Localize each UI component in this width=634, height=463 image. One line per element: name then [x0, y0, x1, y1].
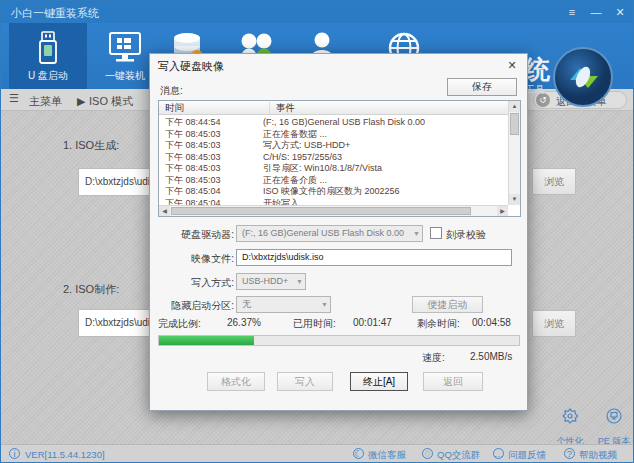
personalize-button[interactable]: 个性化 [547, 408, 593, 448]
tab-usb-boot-label: U 盘启动 [9, 69, 87, 83]
wechat-icon: ☾ [353, 448, 364, 459]
window-close-icon[interactable]: ✕ [611, 4, 629, 20]
window-menu-icon[interactable]: ≡ [563, 4, 581, 20]
log-rows: 下午 08:44:54(F:, 16 GB)General USB Flash … [159, 116, 508, 205]
app-logo-icon [552, 46, 614, 112]
app-window: 小白一键重装系统 ≡ — ✕ U 盘启动 一键装机 [0, 0, 634, 463]
log-row[interactable]: 下午 08:45:03C/H/S: 1957/255/63 [159, 151, 508, 163]
status-bar: i VER[11.5.44.1230] ☾ 微信客服 ♢ QQ交流群 … 问题反… [1, 444, 633, 462]
brand-subtitle: 工具 [525, 83, 545, 97]
hidden-partition-label: 隐藏启动分区: [154, 299, 234, 313]
personalize-icon [547, 408, 593, 428]
window-title: 小白一键重装系统 [11, 6, 99, 21]
version-text: VER[11.5.44.1230] [25, 449, 105, 460]
browse-button-2[interactable]: 浏览 [532, 310, 576, 337]
dialog-close-icon[interactable]: ✕ [505, 58, 519, 72]
log-row[interactable]: 下午 08:44:54(F:, 16 GB)General USB Flash … [159, 116, 508, 128]
log-column-event[interactable]: 事件 [269, 102, 295, 115]
scroll-left-icon[interactable]: ◀ [159, 206, 170, 216]
scroll-down-icon[interactable]: ▼ [509, 194, 520, 205]
speed-value: 2.50MB/s [470, 351, 512, 362]
window-titlebar: 小白一键重装系统 ≡ — ✕ [1, 1, 633, 23]
horizontal-scrollbar[interactable]: ◀ ▶ [159, 205, 508, 216]
progress-fill [159, 336, 254, 345]
easy-boot-button[interactable]: 便捷启动 [412, 296, 483, 313]
drive-label: 硬盘驱动器: [154, 228, 234, 242]
log-header: 时间 事件 [159, 101, 508, 115]
help-video-icon: ? [564, 448, 575, 459]
write-method-value: USB-HDD+ [242, 276, 288, 286]
hamburger-icon[interactable]: ☰ [9, 92, 19, 105]
elapsed-time-label: 已用时间: [293, 317, 336, 331]
iso-make-label: 2. ISO制作: [63, 282, 119, 297]
chevron-down-icon: ▼ [296, 274, 303, 289]
log-column-time[interactable]: 时间 [165, 102, 184, 115]
info-icon: i [9, 448, 20, 459]
remaining-time-label: 剩余时间: [417, 317, 460, 331]
window-minimize-icon[interactable]: — [587, 4, 605, 20]
dialog-title: 写入硬盘映像 [158, 59, 224, 74]
verify-checkbox[interactable] [430, 227, 442, 239]
back-button[interactable]: 返回 [423, 372, 483, 391]
wechat-support-link[interactable]: 微信客服 [368, 449, 406, 462]
write-method-label: 写入方式: [154, 276, 234, 290]
abort-button[interactable]: 终止[A] [350, 372, 408, 391]
pe-version-button[interactable]: PE 版本 [591, 408, 634, 448]
image-file-input[interactable]: D:\xbxtzjds\udisk.iso [236, 249, 512, 266]
monitor-icon [107, 31, 143, 67]
drive-select-value: (F:, 16 GB)General USB Flash Disk 0.00 [242, 228, 404, 238]
remaining-time-value: 00:04:58 [472, 317, 511, 328]
vertical-scrollbar[interactable]: ▲ ▼ [508, 101, 520, 205]
vertical-scroll-thumb[interactable] [510, 113, 519, 135]
qq-icon: ♢ [422, 448, 433, 459]
log-event: (F:, 16 GB)General USB Flash Disk 0.00 [263, 117, 425, 127]
verify-checkbox-label: 刻录校验 [446, 228, 486, 242]
scroll-up-icon[interactable]: ▲ [509, 101, 520, 112]
log-row[interactable]: 下午 08:45:03正在准备介质 ... [159, 174, 508, 186]
elapsed-time-value: 00:01:47 [353, 317, 392, 328]
usb-drive-icon [35, 31, 61, 67]
message-label: 消息: [160, 84, 183, 98]
breadcrumb-current: ISO 模式 [89, 94, 133, 109]
help-video-link[interactable]: 帮助视频 [579, 449, 617, 462]
log-event: C/H/S: 1957/255/63 [263, 152, 342, 162]
browse-button-1[interactable]: 浏览 [532, 168, 576, 195]
event-log-listview: 时间 事件 下午 08:44:54(F:, 16 GB)General USB … [158, 100, 521, 217]
pe-version-icon [591, 408, 634, 428]
done-ratio-label: 完成比例: [158, 317, 201, 331]
progress-bar [158, 335, 520, 346]
write-disk-image-dialog: 写入硬盘映像 ✕ 消息: 保存 时间 事件 下午 08:44:54(F:, 16… [149, 53, 528, 411]
log-event: 开始写入 ... [263, 197, 309, 206]
drive-select[interactable]: (F:, 16 GB)General USB Flash Disk 0.00 ▼ [236, 225, 423, 242]
qq-group-link[interactable]: QQ交流群 [437, 449, 480, 462]
write-method-select[interactable]: USB-HDD+ ▼ [236, 273, 306, 290]
horizontal-scroll-thumb[interactable] [171, 207, 471, 215]
feedback-link[interactable]: 问题反馈 [508, 449, 546, 462]
log-row[interactable]: 下午 08:45:03正在准备数据 ... [159, 128, 508, 140]
format-button[interactable]: 格式化 [207, 372, 265, 391]
done-ratio-value: 26.37% [227, 317, 261, 328]
speed-label: 速度: [422, 351, 445, 365]
hidden-partition-value: 无 [242, 299, 251, 309]
breadcrumb-arrow-icon: ▶ [77, 95, 85, 108]
chevron-down-icon: ▼ [413, 226, 420, 241]
scroll-right-icon[interactable]: ▶ [497, 206, 508, 216]
log-row[interactable]: 下午 08:45:03写入方式: USB-HDD+ [159, 139, 508, 151]
image-file-label: 映像文件: [154, 252, 234, 266]
log-row[interactable]: 下午 08:45:04ISO 映像文件的扇区数为 2002256 [159, 185, 508, 197]
hidden-partition-select[interactable]: 无 ▼ [236, 296, 331, 313]
log-row[interactable]: 下午 08:45:03引导扇区: Win10/8.1/8/7/Vista [159, 162, 508, 174]
breadcrumb-root[interactable]: 主菜单 [29, 94, 62, 109]
iso-generate-label: 1. ISO生成: [63, 138, 119, 153]
log-time: 下午 08:45:04 [159, 197, 263, 206]
tab-usb-boot[interactable]: U 盘启动 [9, 23, 87, 89]
save-button[interactable]: 保存 [447, 78, 517, 96]
feedback-icon: … [493, 448, 504, 459]
chevron-down-icon: ▼ [321, 297, 328, 312]
write-button[interactable]: 写入 [277, 372, 333, 391]
